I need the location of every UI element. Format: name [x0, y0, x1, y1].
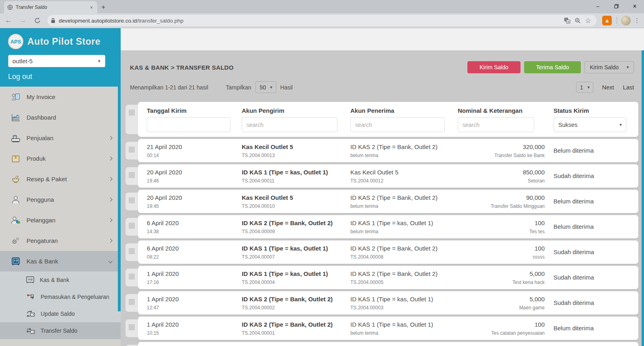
transfer-date: 6 April 2020 — [147, 245, 242, 252]
table-row[interactable]: 6 April 2020 08:22 ID KAS 1 (Tipe = kas,… — [126, 240, 638, 264]
close-window-button[interactable]: ✕ — [625, 0, 644, 12]
row-select-strip — [126, 243, 138, 261]
mode-select[interactable]: Kirim Saldo ▼ — [584, 61, 634, 73]
transfer-time: 19:46 — [147, 178, 242, 184]
table-row[interactable]: 6 April 2020 14:38 ID KAS 2 (Tipe = Bank… — [126, 215, 638, 238]
zoom-icon[interactable] — [572, 15, 583, 26]
status-badge: Sudah diterima — [553, 172, 630, 179]
dashboard-icon — [10, 113, 21, 122]
browser-toolbar: ← → development.autopilotstore.co.id/tra… — [0, 13, 644, 28]
terima-saldo-button[interactable]: Terima Saldo — [524, 61, 581, 73]
kirim-saldo-button[interactable]: Kirim Saldo — [467, 61, 521, 73]
reload-icon[interactable] — [31, 15, 43, 27]
row-checkbox[interactable] — [129, 324, 135, 330]
submenu-item-transfer-saldo[interactable]: Transfer Saldo — [0, 322, 121, 339]
row-select-strip — [126, 142, 138, 160]
row-card: 6 April 2020 08:22 ID KAS 1 (Tipe = kas,… — [138, 240, 638, 264]
sidebar-item-label: Pengguna — [27, 196, 103, 203]
last-page-link[interactable]: Last — [623, 84, 634, 91]
outlet-select[interactable]: outlet-5 ▼ — [8, 55, 105, 67]
transfer-amount: 5,000 — [458, 296, 545, 302]
content: KAS & BANK > TRANSFER SALDO Kirim Saldo … — [121, 61, 644, 346]
table-row[interactable]: 1 April 2020 10:15 ID KAS 2 (Tipe = Bank… — [126, 317, 638, 340]
submenu-item-kas-bank[interactable]: Kas & Bank — [0, 271, 121, 288]
row-card: 21 April 2020 00:14 Kas Kecil Outlet 5 T… — [138, 139, 638, 162]
sender-account: Kas Kecil Outlet 5 — [242, 194, 350, 201]
cell-status: Sudah diterima — [545, 240, 630, 264]
submenu-item-update-saldo[interactable]: Update Saldo — [0, 305, 121, 322]
new-tab-button[interactable]: + — [101, 3, 105, 11]
forward-icon[interactable]: → — [17, 15, 29, 27]
tanggal-filter-input[interactable] — [147, 117, 230, 132]
logout-link[interactable]: Log out — [8, 73, 32, 81]
brand: APS Auto Pilot Store — [8, 34, 113, 49]
pengirim-search-input[interactable] — [242, 117, 337, 132]
sidebar-item-pengguna[interactable]: Pengguna — [0, 189, 121, 210]
row-checkbox[interactable] — [129, 223, 135, 229]
sidebar-item-my-invoice[interactable]: My Invoice — [0, 87, 121, 107]
tab-close-icon[interactable]: × — [88, 4, 94, 10]
sender-account: ID KAS 2 (Tipe = Bank, Outlet 2) — [242, 321, 350, 328]
sender-reference: TS.2004.00009 — [242, 229, 350, 234]
column-akun-penerima: Akun Penerima — [350, 102, 458, 137]
sidebar-item-dashboard[interactable]: Dashboard — [0, 107, 121, 128]
table-row[interactable]: 20 April 2020 19:45 Kas Kecil Outlet 5 T… — [126, 190, 638, 213]
brand-logo-icon: APS — [8, 34, 23, 49]
restore-button[interactable] — [607, 0, 625, 12]
row-checkbox[interactable] — [129, 147, 135, 153]
sidebar-item-produk[interactable]: Produk — [0, 148, 121, 169]
page-scrollbar[interactable] — [642, 50, 644, 346]
penerima-search-input[interactable] — [350, 117, 445, 132]
select-all-checkbox[interactable] — [129, 110, 135, 116]
status-filter-select[interactable]: Sukses ▼ — [553, 117, 626, 132]
sidebar-item-pengaturan[interactable]: Pengaturan — [0, 230, 121, 251]
sidebar-scrollbar[interactable] — [118, 87, 121, 311]
table-row[interactable]: 21 April 2020 00:14 Kas Kecil Outlet 5 T… — [126, 139, 638, 162]
browser-tab[interactable]: Transfer Saldo × — [4, 1, 97, 13]
transfer-note: Tes catatan penyesuaian — [458, 330, 545, 336]
brand-name: Auto Pilot Store — [27, 36, 101, 47]
bookmark-star-icon[interactable]: ☆ — [583, 15, 593, 26]
page-select[interactable]: 1 ▼ — [576, 82, 593, 93]
submenu-item-pemasukan-pengeluaran[interactable]: Rp Pemasukan & Pengeluaran — [0, 288, 121, 305]
sidebar-item-penjualan[interactable]: Penjualan — [0, 128, 121, 148]
cell-status: Sudah diterima — [545, 291, 630, 315]
table-header-row: Tanggal Kirim Akun Pengirim Akun Penerim… — [126, 102, 638, 137]
show-label: Tampilkan — [226, 84, 251, 91]
cell-pengirim: ID KAS 1 (Tipe = kas, Outlet 1) TS.2004.… — [242, 266, 350, 289]
table-row[interactable]: 1 April 2020 12:47 ID KAS 2 (Tipe = Bank… — [126, 291, 638, 315]
minimize-button[interactable]: – — [588, 0, 607, 12]
row-checkbox[interactable] — [129, 248, 135, 254]
extension-icon[interactable]: a — [602, 16, 612, 25]
sidebar-item-kas-bank[interactable]: Kas & Bank — [0, 251, 121, 271]
address-bar[interactable]: development.autopilotstore.co.id/transfe… — [47, 15, 597, 26]
browser-menu-icon[interactable]: ⋮ — [634, 17, 640, 24]
row-checkbox[interactable] — [129, 273, 135, 280]
cell-tanggal: 1 April 2020 17:16 — [147, 266, 242, 289]
receiver-reference: TS.2004.00003 — [350, 305, 458, 311]
page-size-select[interactable]: 50 ▼ — [255, 81, 276, 93]
row-checkbox[interactable] — [129, 172, 135, 178]
sender-reference: TS.2004.00010 — [242, 203, 350, 209]
translate-icon[interactable]: 文a — [562, 15, 572, 26]
nominal-search-input[interactable] — [458, 117, 534, 132]
row-checkbox[interactable] — [129, 299, 135, 305]
table-row[interactable]: 1 April 2020 17:16 ID KAS 1 (Tipe = kas,… — [126, 266, 638, 289]
breadcrumb: KAS & BANK > TRANSFER SALDO — [130, 64, 464, 71]
table-row[interactable]: 20 April 2020 19:46 ID KAS 1 (Tipe = kas… — [126, 164, 638, 188]
row-checkbox[interactable] — [129, 197, 135, 203]
transfer-wallet-icon — [26, 327, 35, 335]
next-page-link[interactable]: Next — [602, 84, 614, 91]
row-card — [138, 342, 638, 346]
profile-avatar[interactable] — [621, 16, 631, 25]
results-label: Hasil — [280, 84, 293, 91]
back-icon[interactable]: ← — [2, 15, 14, 27]
sidebar-item-pelanggan[interactable]: Pelanggan — [0, 210, 121, 230]
sender-account: ID KAS 2 (Tipe = Bank, Outlet 2) — [242, 220, 350, 226]
sidebar-item-resep-paket[interactable]: Resep & Paket — [0, 169, 121, 189]
receiver-reference: belum terima — [350, 153, 458, 158]
column-nominal-keterangan: Nominal & Keterangan — [458, 102, 545, 137]
cell-nominal: 100 Tes tes — [458, 215, 545, 238]
chevron-down-icon — [109, 259, 113, 263]
transfer-note: Setoran — [458, 178, 545, 184]
